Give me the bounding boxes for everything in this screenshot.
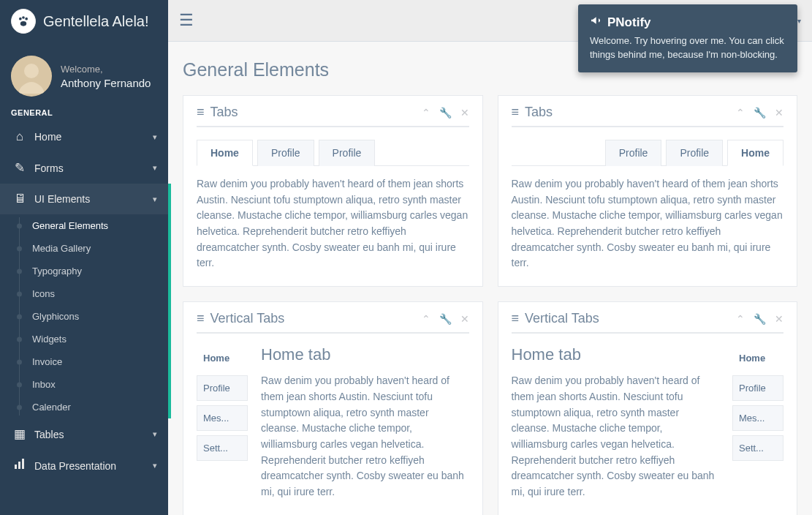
svg-rect-8 xyxy=(22,459,24,469)
vtab-heading: Home tab xyxy=(261,345,469,364)
bullhorn-icon xyxy=(590,15,602,30)
collapse-icon[interactable]: ⌃ xyxy=(422,313,430,325)
brand-text: Gentellela Alela! xyxy=(43,13,149,30)
svg-rect-7 xyxy=(18,462,20,469)
panel-title: Vertical Tabs xyxy=(210,311,285,326)
vtab-text: Raw denim you probably haven't heard of … xyxy=(512,373,720,500)
svg-point-0 xyxy=(19,18,22,20)
panel-vtabs-right: ≡Vertical Tabs ⌃ 🔧 ✕ Home Profile Mes... xyxy=(498,301,798,515)
tab-home[interactable]: Home xyxy=(197,140,253,166)
sidebar-item-label: Home xyxy=(34,131,61,143)
submenu-item-widgets[interactable]: Widgets xyxy=(0,328,168,350)
submenu-item-glyphicons[interactable]: Glyphicons xyxy=(0,305,168,328)
tab-content: Raw denim you probably haven't heard of … xyxy=(197,176,469,271)
submenu-item-inbox[interactable]: Inbox xyxy=(0,373,168,396)
bar-chart-icon xyxy=(11,458,29,473)
chevron-down-icon: ▾ xyxy=(153,195,157,204)
pnotify-title: PNotify xyxy=(607,15,651,30)
tab-profile-2[interactable]: Profile xyxy=(666,140,723,166)
collapse-icon[interactable]: ⌃ xyxy=(422,107,430,119)
svg-point-1 xyxy=(22,16,25,19)
svg-point-3 xyxy=(20,21,26,26)
tab-profile[interactable]: Profile xyxy=(605,140,662,166)
vtab-heading: Home tab xyxy=(512,345,720,364)
sidebar-item-forms[interactable]: ✎ Forms ▾ xyxy=(0,152,168,184)
submenu-item-icons[interactable]: Icons xyxy=(0,282,168,305)
panel-title: Tabs xyxy=(525,105,553,120)
welcome-text: Welcome, xyxy=(61,64,151,75)
close-icon[interactable]: ✕ xyxy=(460,313,469,325)
panel-tabs-right: ≡Tabs ⌃ 🔧 ✕ Profile Profile Home Raw den… xyxy=(498,95,798,287)
sidebar: Gentellela Alela! Welcome, Anthony Ferna… xyxy=(0,0,168,515)
sidebar-item-label: Data Presentation xyxy=(34,460,116,472)
sidebar-item-home[interactable]: ⌂ Home ▾ xyxy=(0,121,168,152)
vtab-settings[interactable]: Sett... xyxy=(197,435,248,461)
submenu-ui: General Elements Media Gallery Typograph… xyxy=(0,214,168,418)
vtab-messages[interactable]: Mes... xyxy=(732,405,783,431)
sidebar-item-data-presentation[interactable]: Data Presentation ▾ xyxy=(0,450,168,481)
collapse-icon[interactable]: ⌃ xyxy=(736,107,745,119)
tab-home[interactable]: Home xyxy=(727,140,783,166)
panel-title: Vertical Tabs xyxy=(525,311,599,326)
brand[interactable]: Gentellela Alela! xyxy=(0,0,168,42)
avatar xyxy=(11,56,52,97)
close-icon[interactable]: ✕ xyxy=(775,107,783,119)
submenu-item-media-gallery[interactable]: Media Gallery xyxy=(0,237,168,260)
vtab-home[interactable]: Home xyxy=(732,345,783,371)
sidebar-item-label: UI Elements xyxy=(34,193,90,205)
svg-rect-6 xyxy=(15,465,17,469)
table-icon: ▦ xyxy=(11,426,29,442)
pnotify-body: Welcome. Try hovering over me. You can c… xyxy=(590,34,786,62)
desktop-icon: 🖥 xyxy=(11,192,29,206)
section-title: GENERAL xyxy=(0,104,168,121)
wrench-icon[interactable]: 🔧 xyxy=(439,313,452,325)
wrench-icon[interactable]: 🔧 xyxy=(754,313,766,325)
sidebar-item-tables[interactable]: ▦ Tables ▾ xyxy=(0,418,168,450)
bars-icon: ≡ xyxy=(197,311,205,326)
chevron-down-icon: ▾ xyxy=(153,461,157,470)
edit-icon: ✎ xyxy=(11,160,29,176)
chevron-down-icon: ▾ xyxy=(153,132,157,142)
tab-profile[interactable]: Profile xyxy=(257,140,314,166)
wrench-icon[interactable]: 🔧 xyxy=(439,107,452,119)
submenu-item-invoice[interactable]: Invoice xyxy=(0,350,168,373)
sidebar-item-label: Forms xyxy=(34,162,64,174)
vtab-profile[interactable]: Profile xyxy=(732,375,783,401)
close-icon[interactable]: ✕ xyxy=(775,313,783,325)
vtab-profile[interactable]: Profile xyxy=(197,375,248,401)
tab-content: Raw denim you probably haven't heard of … xyxy=(512,176,784,271)
vtab-settings[interactable]: Sett... xyxy=(732,435,783,461)
collapse-icon[interactable]: ⌃ xyxy=(736,313,745,325)
vtab-messages[interactable]: Mes... xyxy=(197,405,248,431)
menu-toggle-button[interactable]: ☰ xyxy=(179,11,194,30)
vtab-text: Raw denim you probably haven't heard of … xyxy=(261,373,469,500)
profile-block: Welcome, Anthony Fernando xyxy=(0,42,168,104)
chevron-down-icon: ▾ xyxy=(797,17,801,25)
paw-icon xyxy=(11,9,36,34)
tab-profile-2[interactable]: Profile xyxy=(319,140,376,166)
bars-icon: ≡ xyxy=(512,105,520,120)
submenu-item-general-elements[interactable]: General Elements xyxy=(0,214,168,237)
panel-tabs-left: ≡Tabs ⌃ 🔧 ✕ Home Profile Profile Raw den… xyxy=(183,95,483,287)
chevron-down-icon: ▾ xyxy=(153,429,157,439)
sidebar-item-ui-elements[interactable]: 🖥 UI Elements ▾ xyxy=(0,184,168,214)
panel-title: Tabs xyxy=(210,105,238,120)
bars-icon: ≡ xyxy=(512,311,520,326)
sidebar-item-label: Tables xyxy=(34,429,64,440)
vtab-home[interactable]: Home xyxy=(197,345,248,371)
close-icon[interactable]: ✕ xyxy=(460,107,469,119)
panel-vtabs-left: ≡Vertical Tabs ⌃ 🔧 ✕ Home Profile Mes... xyxy=(183,301,483,515)
username: Anthony Fernando xyxy=(61,77,151,89)
submenu-item-calender[interactable]: Calender xyxy=(0,396,168,418)
submenu-item-typography[interactable]: Typography xyxy=(0,260,168,282)
chevron-down-icon: ▾ xyxy=(153,163,157,173)
svg-point-5 xyxy=(24,64,39,78)
wrench-icon[interactable]: 🔧 xyxy=(754,107,766,119)
pnotify-toast[interactable]: PNotify Welcome. Try hovering over me. Y… xyxy=(578,4,797,72)
svg-point-2 xyxy=(25,18,28,20)
bars-icon: ≡ xyxy=(197,105,205,120)
home-icon: ⌂ xyxy=(11,129,29,144)
